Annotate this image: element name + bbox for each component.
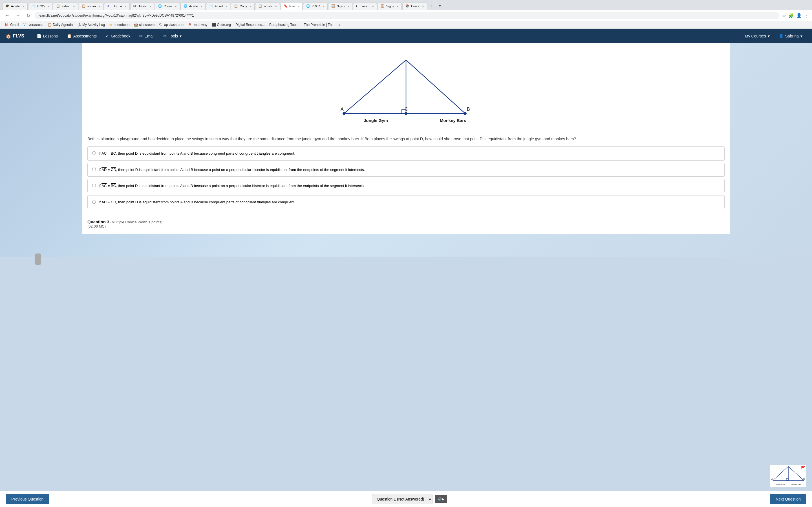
tab-label: Acade — [11, 4, 20, 8]
reload-button[interactable]: ↻ — [25, 12, 32, 19]
tab-close[interactable]: × — [124, 4, 126, 8]
tab-florid[interactable]: 📄 Florid × — [206, 2, 231, 10]
tab-favicon: G — [356, 4, 360, 8]
tab-close[interactable]: × — [48, 4, 49, 8]
tab-close[interactable]: × — [250, 4, 252, 8]
nav-assessments[interactable]: 📋 Assessments — [63, 30, 101, 42]
codeorg-icon: ⬛ — [212, 23, 216, 27]
new-tab-button[interactable]: + — [428, 2, 436, 10]
tab-close[interactable]: × — [275, 4, 277, 8]
tab-v19c[interactable]: 🌐 v19 C × — [303, 2, 327, 10]
tab-bar: 🎓 Acade × 📄 2022- × 📋 extrac × 📋 summ × … — [0, 0, 812, 10]
tab-zoom[interactable]: G zoom × — [353, 2, 377, 10]
tab-signi-1[interactable]: 🪟 Sign i × — [328, 2, 352, 10]
bookmark-veracross[interactable]: V veracross — [22, 22, 45, 27]
tab-cours[interactable]: 📚 Cours × — [402, 2, 427, 10]
scroll-indicator[interactable] — [35, 253, 41, 257]
answer-option-3[interactable]: If AC = BC, then point D is equidistant … — [87, 179, 725, 193]
answer-option-1[interactable]: If AC = BC, then point D is equidistant … — [87, 147, 725, 161]
tab-nosla[interactable]: 📋 no sla × — [255, 2, 280, 10]
nav-logo[interactable]: 🏠 FLVS — [6, 34, 24, 39]
question-text: Beth is planning a playground and has de… — [87, 136, 725, 142]
tab-close[interactable]: × — [225, 4, 227, 8]
bookmark-paraphrasing[interactable]: Paraphrasing Tool... — [267, 22, 301, 27]
profile-icon[interactable]: 👤 — [796, 13, 802, 18]
tab-copy[interactable]: 📋 Copy × — [231, 2, 255, 10]
tab-acade-2[interactable]: 🌐 Acade × — [181, 2, 206, 10]
bookmark-digital-resources[interactable]: Digital Resources... — [234, 22, 266, 27]
radio-opt1[interactable] — [92, 151, 96, 155]
tab-close[interactable]: × — [149, 4, 151, 8]
nav-gradebook[interactable]: ✓ Gradebook — [102, 30, 134, 42]
tab-label: Sign i — [386, 4, 394, 8]
radio-opt2[interactable] — [92, 168, 96, 171]
seg-bc-1: BC — [111, 151, 116, 156]
answer-option-2[interactable]: If AD = CD, then point D is equidistant … — [87, 163, 725, 177]
tab-2022[interactable]: 📄 2022- × — [28, 2, 53, 10]
tab-favicon: 📚 — [405, 4, 409, 8]
bookmark-star-icon[interactable]: ☆ — [782, 13, 786, 18]
tab-label: zoom — [362, 4, 369, 8]
bookmark-codeorg[interactable]: ⬛ Code.org — [210, 22, 233, 27]
tab-close[interactable]: × — [397, 4, 399, 8]
question-3-header: Question 3 (Multiple Choice Worth 1 poin… — [87, 219, 725, 224]
tab-close[interactable]: × — [175, 4, 176, 8]
radio-opt4[interactable] — [92, 200, 96, 204]
answer-option-4[interactable]: If AD = CD, then point D is equidistant … — [87, 195, 725, 209]
bookmark-label: Paraphrasing Tool... — [269, 23, 299, 27]
bookmark-daily-agenda[interactable]: 📋 Daily Agenda — [46, 22, 74, 27]
forward-button[interactable]: → — [14, 12, 22, 18]
nav-lessons[interactable]: 📄 Lessons — [33, 30, 62, 42]
bookmark-activity-log[interactable]: 🏃 My Activity Log — [75, 22, 107, 27]
tab-signi-2[interactable]: 🪟 Sign i × — [377, 2, 402, 10]
tab-close[interactable]: × — [422, 4, 424, 8]
bookmark-ap-classroom[interactable]: 🛡 ap classroom — [157, 22, 186, 27]
nav-my-courses[interactable]: My Courses ▾ — [741, 30, 774, 42]
question-3-section: Question 3 (Multiple Choice Worth 1 poin… — [87, 215, 725, 228]
tab-close[interactable]: × — [73, 4, 75, 8]
tab-favicon: ✉ — [133, 4, 137, 8]
nav-tools[interactable]: ⚙ Tools ▾ — [159, 30, 186, 42]
nav-sabrina[interactable]: 👤 Sabrina ▾ — [775, 30, 806, 42]
tab-label: Inbox — [139, 4, 147, 8]
tab-close[interactable]: × — [347, 4, 349, 8]
tab-extrac[interactable]: 📋 extrac × — [53, 2, 78, 10]
tab-close[interactable]: × — [297, 4, 299, 8]
tab-close[interactable]: × — [201, 4, 202, 8]
bookmark-mathway[interactable]: M mathway — [187, 22, 209, 27]
tab-label: v19 C — [312, 4, 320, 8]
back-button[interactable]: ← — [3, 12, 11, 18]
bookmark-classroom[interactable]: 🏫 classroom — [132, 22, 156, 27]
extensions-icon[interactable]: 🧩 — [788, 13, 794, 18]
tab-label: summ — [87, 4, 96, 8]
tab-close[interactable]: × — [22, 4, 24, 8]
address-bar-icons: ☆ 🧩 👤 ⋮ — [782, 13, 809, 18]
tab-favicon: 📋 — [56, 4, 60, 8]
user-icon: 👤 — [779, 34, 783, 38]
radio-opt3[interactable] — [92, 184, 96, 187]
tab-more-button[interactable]: ▼ — [437, 2, 443, 10]
tab-favicon: 📋 — [234, 4, 238, 8]
svg-point-5 — [343, 112, 345, 115]
bookmarks-more-icon[interactable]: » — [338, 23, 340, 27]
tab-label: Cours — [411, 4, 419, 8]
tab-close[interactable]: × — [372, 4, 374, 8]
bookmark-membean[interactable]: m membean — [108, 22, 131, 27]
tab-inbox[interactable]: ✉ Inbox × — [130, 2, 154, 10]
tab-acade-1[interactable]: 🎓 Acade × — [2, 2, 28, 10]
tab-close[interactable]: × — [99, 4, 100, 8]
tab-close[interactable]: × — [322, 4, 324, 8]
tab-summ[interactable]: 📋 summ × — [79, 2, 103, 10]
tab-favicon: 📋 — [82, 4, 86, 8]
lessons-icon: 📄 — [37, 34, 42, 38]
svg-line-0 — [344, 60, 406, 114]
bookmark-gmail[interactable]: M Gmail — [3, 22, 20, 27]
tab-classi[interactable]: 🌐 Classi × — [155, 2, 180, 10]
tab-born[interactable]: ❋ Born a × — [104, 2, 130, 10]
menu-icon[interactable]: ⋮ — [804, 13, 809, 18]
url-input[interactable] — [35, 12, 779, 19]
nav-email[interactable]: ✉ Email — [135, 30, 158, 42]
browser-frame: 🎓 Acade × 📄 2022- × 📋 extrac × 📋 summ × … — [0, 0, 812, 29]
tab-exa-active[interactable]: 🔖 Exa × — [281, 2, 302, 10]
bookmark-preamble[interactable]: The Preamble | Th... — [302, 22, 336, 27]
